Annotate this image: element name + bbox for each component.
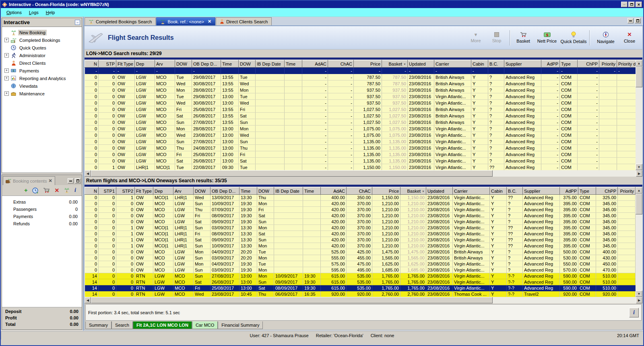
minimize-button[interactable] [621, 2, 627, 7]
cart-icon[interactable] [43, 187, 50, 193]
column-header[interactable]: STP2 [116, 187, 135, 195]
table-row[interactable]: 001OWMCO|1LHR|1Sun10/09/201713:30Mon420.… [85, 243, 636, 249]
column-header[interactable]: ChPP [596, 187, 618, 195]
column-header[interactable]: AdAC [321, 187, 347, 195]
scrollbar-thumb[interactable] [91, 170, 493, 177]
table-row[interactable]: 1400RTNLGWMCOFri25/08/201713:00Sat08/09/… [85, 285, 636, 291]
table-row[interactable]: 000OWMCOLGWSat09/09/201719:30Sun420.0037… [85, 219, 636, 225]
table-row[interactable]: 1400RTNLGWMCOWed23/08/201710:45Thu06/09/… [85, 291, 636, 297]
column-header[interactable]: OB Dep D... [211, 187, 239, 195]
restore-button[interactable] [628, 2, 635, 7]
column-header[interactable]: ChAC [328, 60, 354, 68]
close-results-button[interactable]: Close [620, 29, 639, 47]
column-header[interactable]: Time [303, 187, 321, 195]
table-row[interactable]: 1400RTNLGWMCOSun27/08/201713:00Mon10/09/… [85, 273, 636, 279]
column-header[interactable]: AdPP [560, 187, 578, 195]
menu-logs[interactable]: Logs [26, 9, 42, 16]
column-header[interactable]: ChPP [578, 60, 599, 68]
column-header[interactable]: Dep [135, 60, 155, 68]
table-row[interactable]: 000OWMCOLGWMon04/09/201719:30Tue575.0047… [85, 261, 636, 267]
scroll-down-icon[interactable] [636, 290, 642, 297]
table-row[interactable]: 00OWLGWMCOSun27/08/201713:00Sun--1,135.0… [85, 138, 636, 145]
list-item[interactable]: Extras 0.00 [13, 198, 78, 206]
tab-booking-ref[interactable]: Book. ref.: <none> ✕ [156, 17, 215, 25]
scroll-down-icon[interactable] [636, 164, 642, 170]
column-header[interactable]: ChAC [347, 187, 372, 195]
table-row[interactable]: 00OWLGWMCOSat26/08/201713:55Sat--1,027.5… [85, 113, 636, 119]
sidebar-item-reporting-analytics[interactable]: + Reporting and Analytics [2, 74, 82, 82]
sidebar-item-quick-quotes[interactable]: Quick Quotes [2, 44, 82, 51]
expand-icon[interactable]: + [4, 68, 9, 73]
table-row[interactable]: 001OWMCO|1LHR|1Fri08/09/201713:30Sat420.… [85, 231, 636, 237]
column-header[interactable]: Cabin [490, 187, 507, 195]
column-header[interactable]: Updated [408, 60, 434, 68]
column-header[interactable]: Priority [618, 187, 636, 195]
list-item[interactable]: Refunds 0.00 [13, 220, 78, 227]
list-item[interactable]: Passengers 0 [13, 206, 78, 213]
close-button[interactable] [636, 2, 642, 7]
column-header[interactable]: Priority d [617, 60, 636, 68]
column-header[interactable]: Cabin [471, 60, 488, 68]
column-header[interactable]: Price [372, 187, 400, 195]
column-header[interactable]: Price [354, 60, 382, 68]
column-header[interactable]: IB Dep Date [256, 60, 285, 68]
horizontal-scrollbar[interactable] [85, 170, 642, 177]
tab-financial-summary[interactable]: Financial Summary [218, 321, 263, 329]
scrollbar-thumb[interactable] [636, 194, 642, 214]
tab-flight-lon-mco-lon[interactable]: Flt 2A,1C LON MCO LON [133, 321, 192, 329]
sidebar-item-payments[interactable]: + $ Payments [2, 67, 82, 74]
column-header[interactable]: Supplier [523, 187, 560, 195]
navigate-button[interactable]: Navigate [593, 29, 618, 47]
sidebar-item-viewdata[interactable]: Viewdata [2, 82, 82, 90]
table-row[interactable]: 00OWLGWMCOSun27/08/201713:55Sun--1,027.5… [85, 119, 636, 126]
palm-tree-icon[interactable] [64, 187, 70, 193]
table-row[interactable]: 00OWLGWMCOFri25/08/201713:55Fri--1,027.5… [85, 106, 636, 113]
column-header[interactable]: Supplier [504, 60, 541, 68]
tab-car-mco[interactable]: Car MCO [192, 321, 218, 329]
column-header[interactable]: DOW [257, 187, 274, 195]
table-row[interactable]: 00OWLGWMCOTue29/08/201713:00Tue--937.509… [85, 93, 636, 100]
expand-icon[interactable]: + [4, 38, 9, 42]
scroll-left-icon[interactable] [85, 170, 91, 177]
table-row[interactable]: 00OWLGWMCOThu24/08/201713:00Thu--1,135.0… [85, 145, 636, 151]
column-header[interactable]: DOW [175, 60, 192, 68]
nett-price-button[interactable]: $ Nett Price [535, 29, 559, 47]
booking-contents-tab[interactable]: Booking contents ✕ [3, 176, 55, 185]
menu-options[interactable]: Options [3, 9, 25, 16]
table-row[interactable]: 00OWLGWMCOFri25/08/201713:00Fri--1,135.0… [85, 151, 636, 158]
table-row[interactable]: 000OWMCOLGWThu07/09/201719:30Fri420.0037… [85, 207, 636, 213]
table-row[interactable]: 000OWMCOLGWFri08/09/201719:30Sat420.0037… [85, 213, 636, 219]
sidebar-item-completed-bookings[interactable]: + Completed Bookings [2, 36, 82, 44]
table-row[interactable]: 000OWMCOLGWMon04/09/201720:20Tue525.0042… [85, 249, 636, 255]
column-header[interactable]: AdPP [541, 60, 560, 68]
table-row[interactable]: 00OWLGWMCOMon28/08/201713:55Mon--937.509… [85, 87, 636, 93]
expand-icon[interactable]: + [4, 91, 9, 96]
panel-minimize-icon[interactable] [68, 178, 74, 183]
sidebar-item-maintenance[interactable]: + Maintenance [2, 90, 82, 97]
scroll-up-icon[interactable] [636, 60, 642, 66]
tab-summary[interactable]: Summary [85, 321, 111, 329]
scroll-left-icon[interactable] [85, 297, 91, 303]
vertical-scrollbar[interactable] [636, 60, 642, 170]
column-header[interactable]: Arv [173, 187, 194, 195]
table-row[interactable]: 00OWLGWMCOWed23/08/201713:00Wed--1,075.0… [85, 132, 636, 138]
tab-completed-bookings-search[interactable]: Completed Bookings Search [85, 17, 156, 25]
column-header[interactable]: Basket [400, 187, 426, 195]
close-tab-icon[interactable]: ✕ [208, 19, 211, 24]
column-header[interactable]: Type [578, 187, 596, 195]
column-header[interactable]: OB Dep D... [192, 60, 221, 68]
tab-search[interactable]: Search [111, 321, 133, 329]
table-row[interactable]: 000OWMCOLGWSun03/09/201719:30Mon595.0049… [85, 267, 636, 273]
table-row[interactable]: 1400RTNLGWMCOSat26/08/201713:00Sun09/09/… [85, 279, 636, 285]
basket-button[interactable]: Basket [514, 29, 533, 47]
expand-icon[interactable]: + [4, 76, 9, 80]
quick-details-button[interactable]: Quick Details [561, 29, 586, 47]
column-header[interactable]: B.C. [507, 187, 523, 195]
horizontal-scrollbar[interactable] [85, 297, 642, 303]
table-row[interactable]: 01OWLHR|1MCO|1Tue22/08/201709:30Tue--1,1… [85, 164, 636, 171]
delete-icon[interactable]: ✕ [54, 187, 59, 194]
expand-icon[interactable]: + [4, 53, 9, 58]
sidebar-item-new-booking[interactable]: New Booking [2, 29, 82, 36]
column-header[interactable]: Time [285, 60, 302, 68]
list-item[interactable]: Payments 0.00 [13, 213, 78, 220]
